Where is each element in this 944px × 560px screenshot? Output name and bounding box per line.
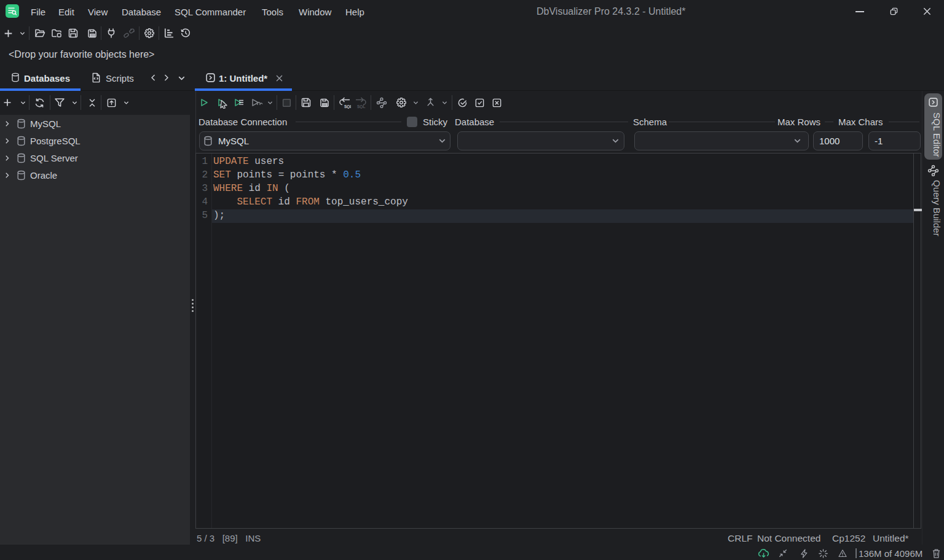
svg-text:SQL: SQL	[344, 104, 351, 109]
svg-text:SQL: SQL	[357, 104, 365, 109]
